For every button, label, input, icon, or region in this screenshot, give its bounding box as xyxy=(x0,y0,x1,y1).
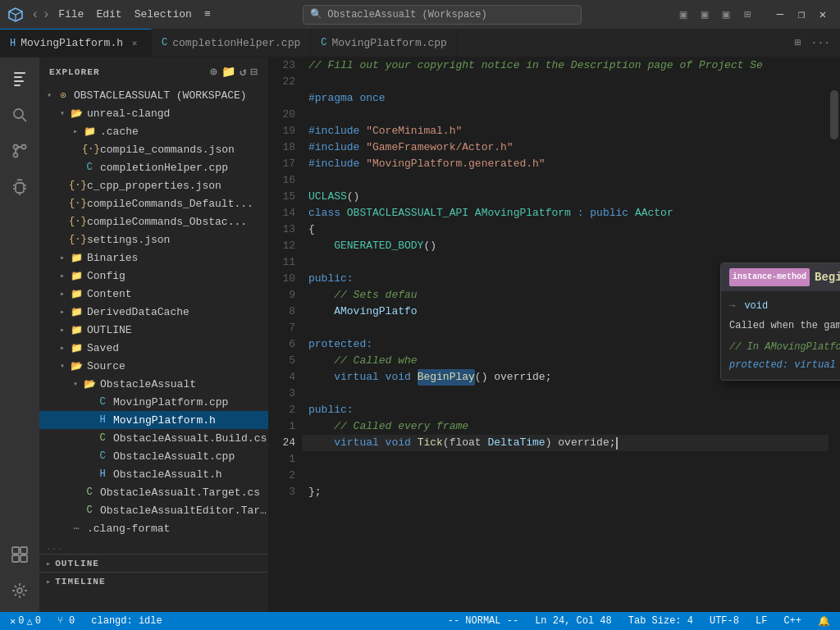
activity-explorer[interactable] xyxy=(5,64,34,94)
code-lines[interactable]: // Fill out your copyright notice in the… xyxy=(302,57,840,612)
tab-moving-platform-h[interactable]: H MovingPlatform.h ✕ xyxy=(0,29,152,57)
tree-label: Content xyxy=(87,288,268,300)
editor-content[interactable]: 23 22 20 19 18 17 16 15 14 13 12 11 10 9… xyxy=(269,57,840,612)
sidebar-header-icons: ⊕ 📁 ↺ ⊟ xyxy=(210,65,258,79)
tree-item-obstacle-cpp[interactable]: C ObstacleAssualt.cpp xyxy=(39,447,268,465)
tree-item-moving-platform-cpp[interactable]: C MovingPlatform.cpp xyxy=(39,393,268,411)
tree-item-content[interactable]: ▸ 📁 Content xyxy=(39,285,268,303)
new-file-icon[interactable]: ⊕ xyxy=(210,65,218,79)
tree-item-saved[interactable]: ▸ 📁 Saved xyxy=(39,339,268,357)
tab-bar: H MovingPlatform.h ✕ C completionHelper.… xyxy=(0,29,840,57)
minimize-button[interactable]: ─ xyxy=(771,6,789,24)
status-clangd[interactable]: clangd: idle xyxy=(88,615,165,627)
status-tab-size[interactable]: Tab Size: 4 xyxy=(625,615,696,627)
layout-icon-4[interactable]: ⊞ xyxy=(738,6,756,24)
tree-label: ObstacleAssualtEditor.Targ... xyxy=(100,504,268,517)
tree-label: ObstacleAssualt.h xyxy=(113,468,268,481)
folder-icon: 📁 xyxy=(69,324,84,336)
tab-label-moving-platform-cpp: MovingPlatform.cpp xyxy=(331,37,446,49)
tree-item-source[interactable]: ▾ 📂 Source xyxy=(39,357,268,375)
menu-more[interactable]: ≡ xyxy=(204,8,211,21)
activity-extensions[interactable] xyxy=(5,540,34,569)
workspace-arrow: ▾ xyxy=(43,90,56,100)
tab-moving-platform-cpp[interactable]: C MovingPlatform.cpp xyxy=(311,29,458,57)
tree-item-config[interactable]: ▸ 📁 Config xyxy=(39,267,268,285)
tree-item-moving-platform-h[interactable]: H MovingPlatform.h xyxy=(39,411,268,429)
tree-label: .clang-format xyxy=(87,523,268,535)
status-errors[interactable]: ✕ 0 △ 0 xyxy=(7,615,44,628)
clangd-label: clangd: idle xyxy=(91,615,162,627)
tooltip-body: → void Called when the game starts or wh… xyxy=(721,291,840,380)
tree-item-cache[interactable]: ▸ 📁 .cache xyxy=(39,122,268,140)
workspace-root[interactable]: ▾ ⊙ OBSTACLEASSUALT (WORKSPACE) xyxy=(39,86,268,104)
status-encoding[interactable]: UTF-8 xyxy=(706,615,742,627)
outline-section[interactable]: ▸ OUTLINE xyxy=(39,554,268,572)
folder-arrow: ▸ xyxy=(56,325,69,335)
line-col-label: Ln 24, Col 48 xyxy=(535,615,612,627)
tree-item-obstacle-h[interactable]: H ObstacleAssualt.h xyxy=(39,465,268,483)
folder-arrow: ▾ xyxy=(69,379,82,389)
tab-label-moving-platform-h: MovingPlatform.h xyxy=(21,37,123,49)
activity-debug[interactable] xyxy=(5,172,34,202)
tree-item-settings[interactable]: {·} settings.json xyxy=(39,231,268,249)
status-line-ending[interactable]: LF xyxy=(752,615,770,627)
tab-icon-h: H xyxy=(10,38,16,49)
tree-item-clang-format[interactable]: ⋯ .clang-format xyxy=(39,519,268,537)
tree-item-unreal-clangd[interactable]: ▾ 📂 unreal-clangd xyxy=(39,104,268,122)
more-tabs-button[interactable]: ··· xyxy=(808,35,833,51)
tree-item-intermediate[interactable]: ▸ 📁 OUTLINE xyxy=(39,321,268,339)
refresh-icon[interactable]: ↺ xyxy=(240,65,248,79)
menu-edit[interactable]: Edit xyxy=(96,8,121,21)
tab-bar-actions: ⊞ ··· xyxy=(785,29,840,57)
close-button[interactable]: ✕ xyxy=(814,6,832,24)
nav-buttons[interactable]: ‹ › xyxy=(31,7,50,22)
layout-icon-2[interactable]: ▣ xyxy=(696,6,714,24)
layout-icon-3[interactable]: ▣ xyxy=(717,6,735,24)
new-folder-icon[interactable]: 📁 xyxy=(221,65,236,79)
scrollbar-thumb[interactable] xyxy=(830,90,838,139)
tab-completion-helper[interactable]: C completionHelper.cpp xyxy=(152,29,311,57)
menu-bar: File Edit Selection ≡ xyxy=(58,8,210,21)
status-filetype[interactable]: C++ xyxy=(780,615,805,627)
svg-rect-3 xyxy=(14,84,21,86)
collapse-all-icon[interactable]: ⊟ xyxy=(250,65,258,79)
nav-forward-button[interactable]: › xyxy=(43,7,51,22)
nav-back-button[interactable]: ‹ xyxy=(31,7,39,22)
search-bar[interactable]: 🔍 ObstacleAssualt (Workspace) xyxy=(303,5,582,25)
warning-count: 0 xyxy=(35,615,41,627)
maximize-button[interactable]: ❐ xyxy=(792,6,810,24)
tree-label: settings.json xyxy=(87,234,268,246)
folder-special-icon: 📂 xyxy=(69,360,84,372)
folder-arrow: ▾ xyxy=(56,361,69,371)
status-source-control[interactable]: ⑂ 0 xyxy=(54,615,78,627)
tree-item-compile-commands[interactable]: {·} compile_commands.json xyxy=(39,140,268,158)
code-line: // Fill out your copyright notice in the… xyxy=(302,57,840,74)
tree-item-obstacle-assualt-folder[interactable]: ▾ 📂 ObstacleAssualt xyxy=(39,375,268,393)
timeline-section[interactable]: ▸ TIMELINE xyxy=(39,572,268,590)
tree-item-obstacle-target[interactable]: C ObstacleAssualt.Target.cs xyxy=(39,483,268,501)
tree-item-derived-data[interactable]: ▸ 📁 DerivedDataCache xyxy=(39,303,268,321)
status-bell[interactable]: 🔔 xyxy=(815,615,833,628)
activity-git[interactable] xyxy=(5,136,34,166)
code-line xyxy=(302,172,840,189)
tree-item-obstacle-build[interactable]: C ObstacleAssualt.Build.cs xyxy=(39,429,268,447)
tree-item-c-cpp-properties[interactable]: {·} c_cpp_properties.json xyxy=(39,176,268,194)
svg-rect-15 xyxy=(12,555,19,562)
split-editor-button[interactable]: ⊞ xyxy=(792,34,805,51)
tree-item-compile-commands-default[interactable]: {·} compileCommands_Default... xyxy=(39,194,268,212)
activity-search[interactable] xyxy=(5,100,34,130)
status-line-col[interactable]: Ln 24, Col 48 xyxy=(532,615,615,627)
status-normal-mode[interactable]: -- NORMAL -- xyxy=(445,615,522,627)
tree-item-completion-helper[interactable]: C completionHelper.cpp xyxy=(39,158,268,176)
tree-item-binaries[interactable]: ▸ 📁 Binaries xyxy=(39,249,268,267)
menu-file[interactable]: File xyxy=(58,8,84,21)
cursor xyxy=(616,437,618,450)
activity-settings[interactable] xyxy=(5,576,34,605)
menu-selection[interactable]: Selection xyxy=(135,8,192,21)
layout-icon-1[interactable]: ▣ xyxy=(674,6,692,24)
tab-close-moving-platform-h[interactable]: ✕ xyxy=(128,37,141,50)
tree-item-compile-commands-obstacle[interactable]: {·} compileCommands_Obstac... xyxy=(39,212,268,231)
tree-item-obstacle-editor-target[interactable]: C ObstacleAssualtEditor.Targ... xyxy=(39,501,268,519)
title-bar: ‹ › File Edit Selection ≡ 🔍 ObstacleAssu… xyxy=(0,0,840,29)
svg-rect-16 xyxy=(21,547,27,554)
